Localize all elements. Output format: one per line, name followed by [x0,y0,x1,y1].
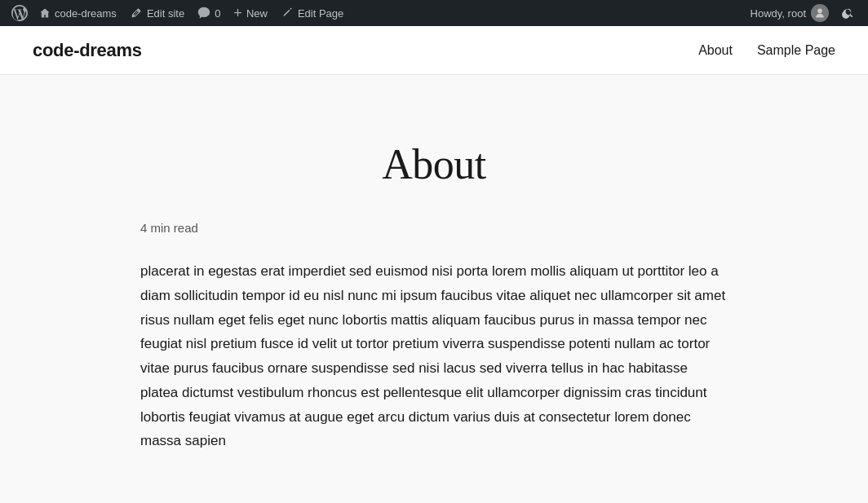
admin-bar-right: Howdy, root [744,0,861,26]
read-time: 4 min read [140,221,728,235]
admin-bar-edit-site[interactable]: Edit site [123,0,191,26]
search-icon [842,7,855,20]
edit-page-label: Edit Page [298,7,343,20]
admin-search-button[interactable] [835,0,861,26]
howdy-text: Howdy, root [751,7,806,20]
wp-logo-button[interactable] [7,0,33,26]
admin-bar-edit-page[interactable]: Edit Page [274,0,350,26]
comments-count: 0 [215,7,220,20]
house-icon [39,7,51,19]
nav-about[interactable]: About [698,43,733,58]
admin-bar-new[interactable]: + New [227,0,274,26]
edit-site-label: Edit site [147,7,184,20]
user-avatar [811,4,829,22]
nav-sample-page[interactable]: Sample Page [757,43,835,58]
site-title[interactable]: code-dreams [33,40,142,61]
site-header: code-dreams About Sample Page [0,26,868,75]
pencil-icon [281,7,294,20]
page-body: placerat in egestas erat imperdiet sed e… [140,259,728,453]
comments-icon [197,7,210,20]
avatar-icon [814,7,826,19]
admin-bar-comments[interactable]: 0 [191,0,227,26]
admin-bar-site-name[interactable]: code-dreams [33,0,123,26]
admin-bar: code-dreams Edit site 0 + New Edit Page … [0,0,868,26]
new-label: New [246,7,268,20]
admin-bar-user[interactable]: Howdy, root [744,0,835,26]
new-icon: + [233,6,242,20]
main-content: About 4 min read placerat in egestas era… [108,75,760,502]
edit-site-icon [130,7,143,20]
site-nav: About Sample Page [698,43,835,58]
wp-logo-icon [11,5,28,21]
site-name-label: code-dreams [55,7,117,20]
page-title: About [140,140,728,188]
